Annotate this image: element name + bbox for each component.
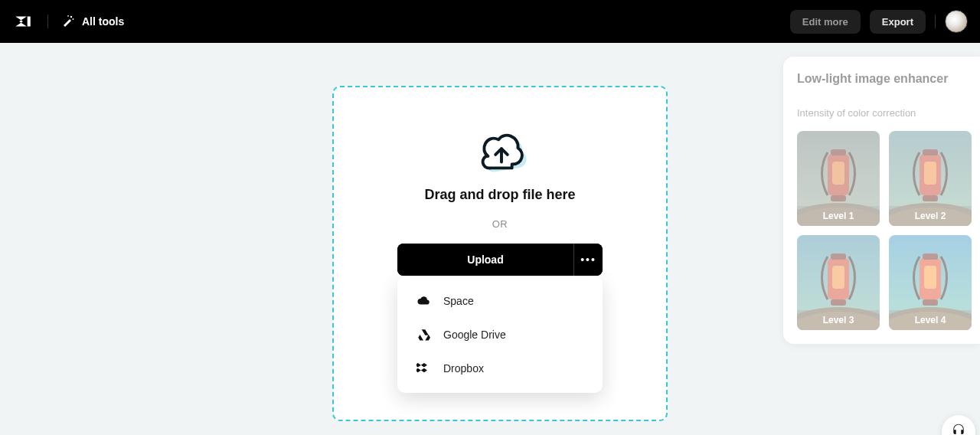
header-separator [47, 15, 48, 28]
svg-rect-17 [923, 195, 938, 201]
upload-button-group: Upload ••• [397, 244, 603, 276]
enhancer-panel: Low-light image enhancer Intensity of co… [783, 57, 980, 344]
menu-item-dropbox[interactable]: Dropbox [397, 352, 603, 385]
svg-rect-10 [831, 195, 846, 201]
svg-rect-24 [831, 299, 846, 306]
level-label: Level 3 [797, 310, 880, 330]
stage: Drag and drop file here OR Upload ••• Sp… [0, 43, 980, 435]
svg-rect-9 [831, 149, 846, 155]
all-tools-label: All tools [82, 15, 124, 28]
more-icon: ••• [580, 253, 596, 266]
header-right: Edit more Export [790, 10, 968, 34]
svg-rect-0 [28, 17, 31, 27]
svg-rect-29 [924, 266, 936, 289]
svg-rect-8 [832, 162, 844, 185]
levels-grid: Level 1 Level 2 [797, 131, 972, 330]
avatar[interactable] [945, 10, 968, 33]
panel-subtitle: Intensity of color correction [797, 107, 972, 119]
svg-rect-15 [924, 162, 936, 185]
level-label: Level 2 [889, 206, 972, 226]
app-logo[interactable] [12, 11, 34, 32]
level-2[interactable]: Level 2 [889, 131, 972, 226]
drop-text: Drag and drop file here [424, 187, 575, 203]
level-1[interactable]: Level 1 [797, 131, 880, 226]
help-fab[interactable] [942, 415, 975, 435]
svg-point-3 [67, 15, 69, 16]
svg-point-1 [70, 15, 72, 17]
magic-wand-icon [62, 15, 74, 29]
svg-point-2 [73, 18, 74, 20]
svg-rect-23 [831, 253, 846, 260]
level-label: Level 4 [889, 310, 972, 330]
svg-rect-22 [832, 266, 844, 289]
panel-title: Low-light image enhancer [797, 72, 972, 86]
menu-item-label: Dropbox [443, 362, 484, 374]
headset-icon [951, 423, 966, 435]
menu-item-label: Space [443, 295, 474, 307]
all-tools-button[interactable]: All tools [62, 15, 124, 29]
google-drive-icon [416, 327, 431, 342]
upload-button[interactable]: Upload [397, 244, 573, 276]
svg-rect-16 [923, 149, 938, 155]
cloud-upload-icon [472, 124, 528, 173]
app-header: All tools Edit more Export [0, 0, 980, 43]
dropbox-icon [416, 361, 431, 376]
edit-more-button[interactable]: Edit more [790, 10, 861, 34]
export-button[interactable]: Export [870, 10, 926, 34]
svg-rect-31 [923, 299, 938, 306]
header-separator [935, 15, 936, 28]
or-text: OR [492, 218, 508, 230]
upload-source-menu: Space Google Drive Dropbox [397, 276, 603, 393]
level-4[interactable]: Level 4 [889, 235, 972, 330]
level-label: Level 1 [797, 206, 880, 226]
level-3[interactable]: Level 3 [797, 235, 880, 330]
header-left: All tools [12, 11, 124, 32]
cloud-icon [416, 293, 431, 309]
menu-item-google-drive[interactable]: Google Drive [397, 318, 603, 352]
upload-more-button[interactable]: ••• [573, 244, 603, 276]
menu-item-label: Google Drive [443, 329, 506, 341]
svg-rect-30 [923, 253, 938, 260]
menu-item-space[interactable]: Space [397, 284, 603, 318]
